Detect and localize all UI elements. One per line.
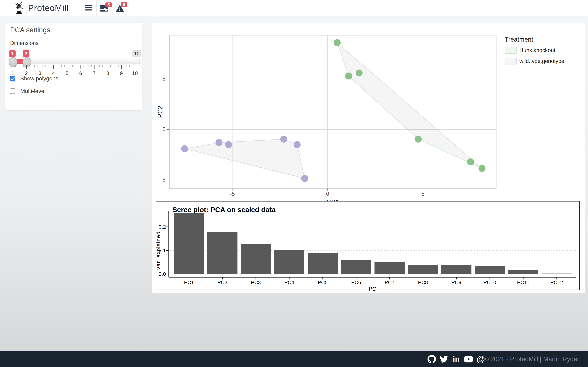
slider-tick-label: 4 bbox=[48, 70, 59, 76]
slider-max-chip: 10 bbox=[132, 50, 141, 57]
slider-minor-tick bbox=[59, 65, 59, 67]
legend-label: wild.type.genotype bbox=[519, 58, 564, 64]
slider-minor-tick bbox=[29, 65, 29, 67]
pca-scatter-plot bbox=[166, 33, 500, 192]
show-polygons-checkbox[interactable]: Show polygons bbox=[10, 75, 58, 82]
legend-swatch bbox=[505, 47, 517, 54]
twitter-icon[interactable] bbox=[440, 355, 448, 363]
slider-to-chip: 2 bbox=[23, 50, 29, 57]
scree-y-tick-label: 0.1 bbox=[154, 248, 166, 253]
scree-x-axis-title: PC bbox=[365, 286, 379, 292]
scree-x-tick-label: PC12 bbox=[546, 280, 567, 285]
navbar: ProteoMill 5 6 bbox=[0, 0, 588, 17]
scree-y-tick-label: 0.2 bbox=[154, 224, 166, 230]
slider-minor-tick bbox=[24, 65, 24, 67]
slider-minor-tick bbox=[91, 65, 92, 67]
slider-minor-tick bbox=[129, 65, 130, 67]
footer: in @ © 2021 · ProteoMill | Martin Rydén bbox=[0, 351, 588, 367]
sidebar-toggle-button[interactable] bbox=[81, 0, 96, 16]
slider-minor-tick bbox=[110, 65, 111, 67]
checkbox-unchecked-icon bbox=[10, 88, 15, 94]
slider-major-tick bbox=[108, 65, 108, 69]
y-tick-label: -5 bbox=[155, 177, 165, 183]
scree-x-tick-label: PC9 bbox=[446, 280, 467, 285]
slider-minor-tick bbox=[21, 65, 21, 67]
scree-x-tick-label: PC3 bbox=[245, 280, 266, 285]
scree-x-tick-label: PC8 bbox=[413, 280, 433, 285]
slider-tick-label: 6 bbox=[75, 70, 86, 76]
slider-minor-tick bbox=[102, 65, 103, 67]
windmill-logo-icon bbox=[14, 2, 24, 14]
slider-minor-tick bbox=[56, 65, 56, 67]
y-tick-label: 5 bbox=[155, 76, 165, 82]
legend-title: Treatment bbox=[505, 36, 587, 43]
slider-tick-label: 8 bbox=[103, 70, 113, 76]
slider-minor-tick bbox=[97, 65, 97, 67]
scree-x-tick-label: PC11 bbox=[513, 280, 534, 285]
slider-minor-tick bbox=[51, 65, 51, 67]
slider-minor-tick bbox=[61, 65, 62, 67]
scree-x-tick-label: PC10 bbox=[479, 280, 500, 285]
slider-major-tick bbox=[135, 65, 135, 69]
slider-minor-tick bbox=[127, 65, 127, 67]
slider-minor-tick bbox=[105, 65, 105, 67]
at-icon[interactable]: @ bbox=[476, 355, 485, 363]
slider-major-tick bbox=[67, 65, 67, 69]
slider-major-tick bbox=[40, 65, 40, 69]
github-icon[interactable] bbox=[428, 355, 436, 363]
slider-major-tick bbox=[80, 65, 81, 69]
slider-major-tick bbox=[94, 65, 95, 69]
slider-minor-tick bbox=[83, 65, 84, 67]
scree-bar-chart bbox=[165, 211, 576, 280]
slider-major-tick bbox=[53, 65, 54, 69]
slider-tick-label: 5 bbox=[62, 70, 72, 76]
multi-level-checkbox[interactable]: Multi-level bbox=[10, 88, 45, 94]
slider-minor-tick bbox=[86, 65, 86, 67]
slider-tick-label: 7 bbox=[89, 70, 99, 76]
slider-handle-from[interactable] bbox=[9, 57, 17, 67]
slider-tick-label: 3 bbox=[35, 70, 45, 76]
scree-x-tick-label: PC1 bbox=[179, 280, 199, 285]
alerts-menu-button[interactable]: 6 bbox=[112, 0, 127, 16]
slider-major-tick bbox=[13, 65, 13, 69]
legend-swatch bbox=[505, 58, 517, 65]
scree-y-tick-label: 0.0 bbox=[154, 271, 166, 277]
slider-tick-label: 2 bbox=[21, 70, 32, 76]
slider-minor-tick bbox=[132, 65, 132, 67]
y-axis-title: PC2 bbox=[157, 106, 164, 118]
scree-x-tick-label: PC4 bbox=[279, 280, 300, 285]
slider-minor-tick bbox=[124, 65, 124, 67]
dimensions-label: Dimensions bbox=[10, 40, 38, 46]
brand[interactable]: ProteoMill bbox=[14, 1, 69, 15]
brand-name: ProteoMill bbox=[28, 3, 69, 13]
slider-from-chip: 1 bbox=[9, 50, 16, 57]
y-tick-label: 0 bbox=[155, 126, 165, 133]
youtube-icon[interactable] bbox=[464, 355, 473, 363]
scree-x-tick-label: PC2 bbox=[212, 280, 233, 285]
slider-tick-label: 9 bbox=[116, 70, 127, 76]
slider-minor-tick bbox=[116, 65, 116, 67]
slider-minor-tick bbox=[15, 65, 16, 67]
slider-minor-tick bbox=[32, 65, 32, 67]
slider-minor-tick bbox=[43, 65, 43, 67]
slider-minor-tick bbox=[119, 65, 119, 67]
scree-x-tick-label: PC5 bbox=[312, 280, 333, 285]
scree-x-tick-label: PC6 bbox=[346, 280, 367, 285]
x-tick-label: 0 bbox=[320, 191, 335, 197]
slider-minor-tick bbox=[18, 65, 18, 67]
legend-label: Hunk.knockout bbox=[519, 47, 555, 53]
slider-tick-label: 1 bbox=[8, 70, 18, 76]
tasks-menu-button[interactable]: 5 bbox=[96, 0, 112, 16]
slider-minor-tick bbox=[75, 65, 75, 67]
x-tick-label: -5 bbox=[225, 191, 239, 197]
alerts-badge: 6 bbox=[121, 2, 127, 7]
pca-settings-card: PCA settings Dimensions 1 2 10 Show poly… bbox=[5, 23, 142, 110]
slider-minor-tick bbox=[99, 65, 100, 67]
linkedin-icon[interactable]: in bbox=[452, 355, 460, 363]
slider-major-tick bbox=[26, 65, 27, 69]
copyright-text: © 2021 · ProteoMill | Martin Rydén bbox=[484, 351, 581, 367]
slider-minor-tick bbox=[70, 65, 70, 67]
slider-minor-tick bbox=[64, 65, 65, 67]
tasks-badge: 5 bbox=[105, 2, 112, 7]
slider-minor-tick bbox=[48, 65, 48, 67]
